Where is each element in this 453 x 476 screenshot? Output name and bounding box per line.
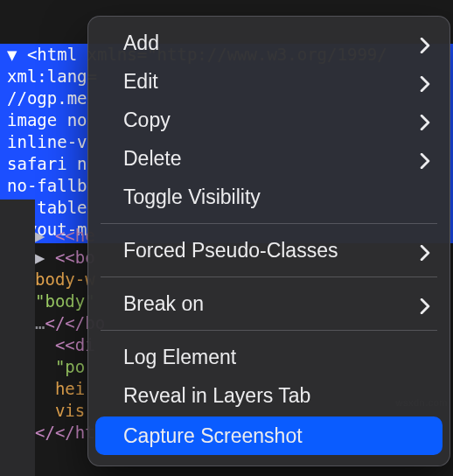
attr-text: "po: [55, 357, 85, 376]
menu-separator: [101, 330, 437, 331]
chevron-right-icon: [420, 38, 430, 48]
chevron-right-icon: [420, 76, 430, 87]
chevron-right-icon: [420, 153, 430, 164]
menu-label: Break on: [123, 292, 204, 316]
menu-label: Log Element: [123, 346, 236, 369]
menu-separator: [101, 276, 437, 277]
menu-label: Reveal in Layers Tab: [123, 384, 310, 408]
menu-label: Capture Screenshot: [123, 424, 303, 448]
disclosure-triangle-open: ▼: [7, 45, 27, 64]
disclosure-triangle-icon[interactable]: ▶: [35, 226, 55, 245]
menu-copy[interactable]: Copy: [88, 101, 450, 139]
menu-log-element[interactable]: Log Element: [88, 338, 450, 376]
menu-label: Edit: [123, 70, 158, 94]
gutter: [0, 200, 35, 476]
menu-capture-screenshot[interactable]: Capture Screenshot: [95, 416, 443, 455]
attr-text: vis: [55, 401, 85, 420]
context-menu: Add Edit Copy Delete Toggle Visibility F…: [87, 16, 450, 466]
menu-label: Forced Pseudo-Classes: [123, 239, 338, 262]
disclosure-triangle-icon[interactable]: ▶: [35, 248, 55, 267]
menu-break-on[interactable]: Break on: [88, 284, 450, 323]
menu-reveal-layers[interactable]: Reveal in Layers Tab: [88, 376, 450, 415]
menu-label: Toggle Visibility: [123, 186, 261, 209]
menu-delete[interactable]: Delete: [88, 139, 450, 178]
class-text: body-w: [35, 270, 95, 289]
menu-label: Delete: [123, 147, 181, 171]
ellipsis: …: [35, 313, 45, 332]
attr-text: hei: [55, 379, 85, 398]
menu-edit[interactable]: Edit: [88, 62, 450, 101]
menu-toggle-visibility[interactable]: Toggle Visibility: [88, 178, 450, 216]
menu-label: Add: [123, 32, 159, 55]
chevron-right-icon: [420, 115, 430, 125]
id-text: "body": [35, 291, 95, 311]
chevron-right-icon: [420, 245, 430, 256]
menu-label: Copy: [123, 108, 171, 132]
chevron-right-icon: [420, 298, 430, 309]
menu-add[interactable]: Add: [88, 24, 450, 62]
menu-separator: [101, 223, 437, 224]
menu-forced-pseudo[interactable]: Forced Pseudo-Classes: [88, 231, 450, 270]
